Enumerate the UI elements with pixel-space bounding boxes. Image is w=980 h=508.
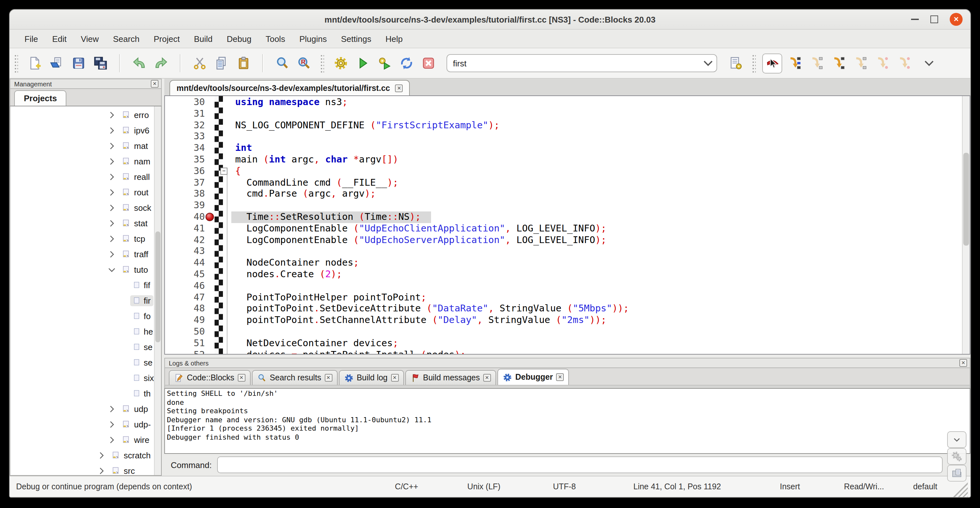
tree-item-reall[interactable]: reall [10,169,154,185]
expand-toggle-closed[interactable] [107,234,117,244]
menu-help[interactable]: Help [378,34,410,43]
breakpoint-margin[interactable] [205,303,215,315]
expand-toggle-closed[interactable] [97,466,106,475]
editor-scrollbar-thumb[interactable] [963,153,969,245]
select-target-button[interactable] [725,53,746,73]
project-tree[interactable]: erroipv6matnamreallroutsockstattcptrafft… [10,106,162,476]
breakpoint-margin[interactable] [205,189,215,200]
expand-toggle-closed[interactable] [107,218,117,228]
tree-item-se[interactable]: se [10,339,154,355]
minimize-button[interactable] [911,19,919,20]
tree-item-traff[interactable]: traff [10,246,154,262]
rebuild-button[interactable] [396,53,416,73]
tree-item-udp-[interactable]: udp- [10,416,154,432]
debugger-output[interactable]: Setting SHELL to '/bin/sh'doneSetting br… [164,388,970,454]
expand-toggle-closed[interactable] [107,203,117,212]
run-to-cursor-button[interactable] [784,53,804,73]
menu-tools[interactable]: Tools [258,34,292,43]
paste-button[interactable] [233,53,253,73]
breakpoint-margin[interactable] [205,108,215,120]
menu-file[interactable]: File [18,34,45,43]
close-button[interactable] [950,13,963,26]
tree-item-fir[interactable]: fir [10,293,154,308]
logs-tab-close-icon[interactable] [483,374,491,382]
menu-settings[interactable]: Settings [334,34,378,43]
toolbar-overflow-button[interactable] [921,54,937,73]
redo-button[interactable] [151,53,171,73]
toolbar-grip[interactable] [752,54,756,73]
tree-item-scratch[interactable]: scratch [10,447,154,463]
build-run-button[interactable] [374,53,394,73]
breakpoint-margin[interactable] [205,338,215,349]
expand-toggle-closed[interactable] [107,187,117,197]
logs-tab-build-messages[interactable]: Build messages [405,370,496,385]
breakpoint-margin[interactable] [205,223,215,235]
tree-item-udp[interactable]: udp [10,401,154,416]
logs-tab-build-log[interactable]: Build log [339,370,404,385]
logs-tab-close-icon[interactable] [556,373,564,381]
menu-project[interactable]: Project [146,34,187,43]
menu-search[interactable]: Search [106,34,146,43]
sidebar-splitter[interactable] [162,79,164,476]
maximize-button[interactable] [931,16,938,23]
new-file-button[interactable] [24,53,45,73]
logs-splitter[interactable] [164,355,970,358]
breakpoint-margin[interactable] [205,349,215,355]
combo-dropdown-button[interactable] [700,56,716,70]
breakpoint-margin[interactable] [205,119,215,131]
breakpoint-margin[interactable] [205,97,215,108]
code-area[interactable]: 30using namespace ns3;3132NS_LOG_COMPONE… [164,96,970,355]
tree-item-erro[interactable]: erro [10,107,154,123]
tree-item-ipv6[interactable]: ipv6 [10,123,154,138]
expand-toggle-closed[interactable] [107,249,117,259]
tree-item-fif[interactable]: fif [10,277,154,293]
tree-item-wire[interactable]: wire [10,432,154,447]
copy-button[interactable] [212,53,231,73]
find-button[interactable] [272,53,292,73]
breakpoint-margin[interactable] [205,131,215,143]
abort-button[interactable] [418,53,438,73]
cut-button[interactable] [189,53,209,73]
tree-item-th[interactable]: th [10,385,154,401]
expand-toggle-closed[interactable] [107,110,117,119]
expand-toggle-closed[interactable] [107,156,117,166]
command-history-dropdown[interactable] [947,431,966,448]
expand-toggle-closed[interactable] [107,435,117,444]
command-input[interactable] [217,456,943,473]
breakpoint-margin[interactable] [205,326,215,338]
management-close-icon[interactable] [151,80,159,88]
menu-edit[interactable]: Edit [45,34,74,43]
breakpoint-margin[interactable] [205,246,215,258]
menu-plugins[interactable]: Plugins [292,34,334,43]
editor-tab-close-icon[interactable] [395,84,403,92]
expand-toggle-closed[interactable] [107,126,117,135]
logs-tab-close-icon[interactable] [325,374,332,382]
tree-item-stat[interactable]: stat [10,215,154,231]
breakpoint-margin[interactable] [205,166,215,177]
tree-scrollbar-thumb[interactable] [155,232,161,342]
breakpoint-margin[interactable] [205,154,215,166]
breakpoint-margin[interactable] [205,177,215,189]
save-all-button[interactable] [90,53,110,73]
build-button[interactable] [331,53,350,73]
editor-scrollbar[interactable] [962,96,970,354]
expand-toggle-closed[interactable] [107,419,117,429]
step-into-button[interactable] [828,53,848,73]
breakpoint-margin[interactable] [205,200,215,212]
logs-close-icon[interactable] [959,359,967,367]
breakpoint-margin[interactable] [205,269,215,280]
logs-tab-close-icon[interactable] [391,374,399,382]
breakpoint-margin[interactable] [205,257,215,269]
logs-tab-close-icon[interactable] [237,374,245,382]
tree-item-tcp[interactable]: tcp [10,231,154,246]
tree-item-src[interactable]: src [10,463,154,476]
expand-toggle-closed[interactable] [107,141,117,151]
logs-tab-search-results[interactable]: Search results [251,370,337,385]
open-file-button[interactable] [46,53,66,73]
tree-item-sock[interactable]: sock [10,200,154,215]
build-target-combo[interactable]: first [447,54,717,72]
breakpoint-margin[interactable] [205,315,215,326]
breakpoint-margin[interactable] [205,212,215,223]
menu-build[interactable]: Build [187,34,220,43]
expand-toggle-open[interactable] [107,264,117,274]
